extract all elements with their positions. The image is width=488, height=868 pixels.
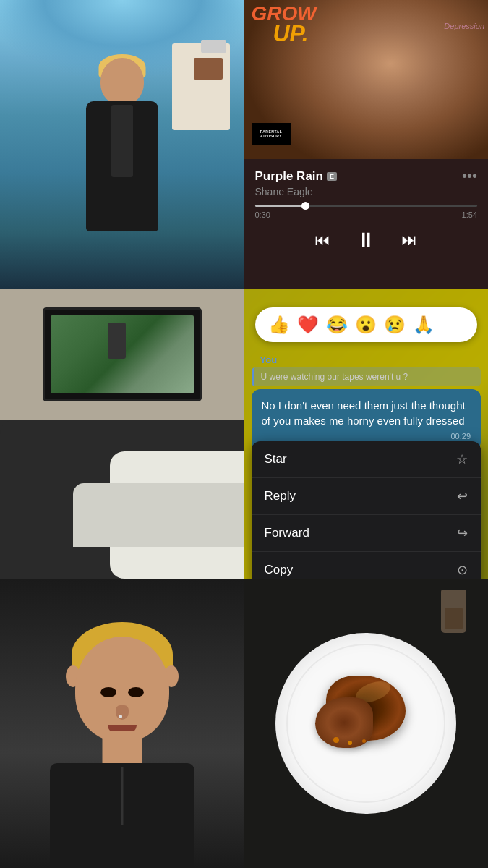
selfie-jacket-zip	[121, 767, 123, 825]
time-current: 0:30	[255, 210, 270, 219]
plate	[275, 633, 456, 814]
food-background	[244, 579, 489, 868]
reaction-pray[interactable]: 🙏	[413, 315, 435, 335]
music-title: Purple Rain E	[255, 169, 337, 184]
progress-bar[interactable]	[255, 205, 478, 207]
message-text: No I don't even need them just the thoug…	[262, 399, 466, 427]
person-head	[100, 58, 144, 105]
selfie-nose-stud	[119, 715, 122, 718]
photo-tv-blanket	[0, 289, 244, 579]
replied-message: U were watching our tapes weren't u ?	[252, 367, 481, 386]
context-star-label: Star	[265, 452, 287, 467]
progress-fill	[255, 205, 307, 207]
copy-icon: ⊙	[457, 562, 468, 578]
ac-unit	[201, 40, 226, 53]
selfie-background	[0, 579, 244, 868]
photo-food	[244, 579, 489, 868]
parental-text-2: ADVISORY	[260, 134, 282, 138]
context-reply[interactable]: Reply ↩	[252, 478, 481, 515]
album-text-depression: Depression	[444, 22, 484, 30]
context-forward-label: Forward	[265, 526, 309, 540]
reaction-wow[interactable]: 😮	[355, 315, 377, 335]
forward-icon: ↪	[457, 525, 468, 541]
reaction-heart[interactable]: ❤️	[297, 315, 319, 335]
blanket-fold	[73, 483, 244, 547]
star-icon: ☆	[456, 451, 468, 467]
music-title-text: Purple Rain	[255, 169, 323, 184]
context-reply-label: Reply	[265, 489, 296, 503]
music-artist: Shane Eagle	[255, 186, 478, 197]
selfie-eye-left	[100, 687, 116, 697]
reaction-sad[interactable]: 😢	[384, 315, 406, 335]
music-player: GROW UP. Depression PARENTAL ADVISORY Pu…	[244, 0, 489, 289]
selfie-eye-right	[128, 687, 144, 697]
photo-person-outdoor	[0, 0, 244, 289]
reactions-bar: 👍 ❤️ 😂 😮 😢 🙏	[255, 307, 478, 342]
parental-advisory-badge: PARENTAL ADVISORY	[252, 123, 291, 145]
explicit-badge: E	[327, 172, 337, 181]
fast-forward-button[interactable]: ⏭	[401, 231, 417, 250]
blanket-area	[0, 420, 244, 579]
progress-dot	[301, 202, 309, 210]
sauce-drop-2	[348, 741, 352, 745]
message-container: You U were watching our tapes weren't u …	[252, 354, 481, 451]
main-grid: GROW UP. Depression PARENTAL ADVISORY Pu…	[0, 0, 488, 868]
photo-selfie	[0, 579, 244, 868]
context-copy-label: Copy	[265, 563, 294, 577]
tv-body	[43, 307, 202, 401]
context-menu: Star ☆ Reply ↩ Forward ↪ Copy ⊙	[252, 441, 481, 579]
reaction-thumbsup[interactable]: 👍	[268, 315, 290, 335]
more-options-icon[interactable]: •••	[462, 168, 477, 184]
time-row: 0:30 -1:54	[255, 210, 478, 219]
jacket-zipper	[111, 105, 133, 177]
chat-panel: 👍 ❤️ 😂 😮 😢 🙏 You U were watching our tap…	[244, 289, 489, 579]
music-title-row: Purple Rain E •••	[255, 168, 478, 184]
album-art: GROW UP. Depression PARENTAL ADVISORY	[244, 0, 489, 159]
reply-icon: ↩	[457, 488, 468, 504]
sauce-drop-3	[362, 739, 366, 743]
person-figure	[43, 43, 202, 289]
music-info-panel: Purple Rain E ••• Shane Eagle 0:30 -1:54…	[244, 159, 489, 263]
time-remaining: -1:54	[459, 210, 477, 219]
outdoor-background	[0, 0, 244, 289]
glass-liquid	[445, 608, 463, 629]
tv-figure	[108, 323, 126, 359]
tv-screen	[51, 315, 194, 393]
context-forward[interactable]: Forward ↪	[252, 515, 481, 552]
food-item	[312, 676, 420, 762]
glass-cup	[441, 590, 466, 633]
selfie-nose	[116, 705, 129, 720]
album-text-up: UP.	[273, 22, 309, 45]
context-copy[interactable]: Copy ⊙	[252, 552, 481, 579]
sauce-drop-1	[333, 737, 339, 743]
player-controls: ⏮ ⏸ ⏭	[255, 219, 478, 258]
reaction-laugh[interactable]: 😂	[326, 315, 348, 335]
context-star[interactable]: Star ☆	[252, 441, 481, 478]
pause-button[interactable]: ⏸	[356, 228, 376, 252]
rewind-button[interactable]: ⏮	[314, 231, 330, 250]
message-sender: You	[252, 354, 481, 365]
